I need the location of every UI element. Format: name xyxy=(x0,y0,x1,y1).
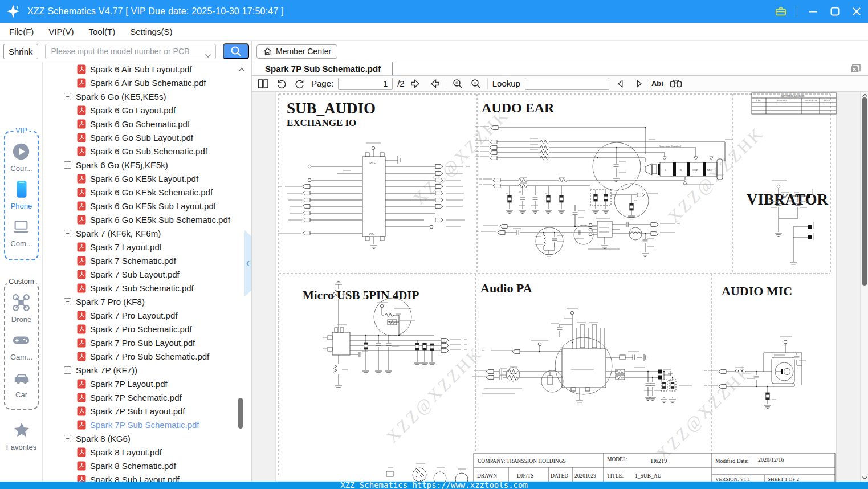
tree-file[interactable]: Spark 7 Pro Sub Layout.pdf xyxy=(43,336,251,349)
lookup-input[interactable] xyxy=(525,78,609,90)
car-icon xyxy=(12,368,31,389)
home-icon xyxy=(263,47,272,56)
zoom-in-icon[interactable] xyxy=(451,78,464,90)
tree-file[interactable]: Spark 7 Schematic.pdf xyxy=(43,254,251,267)
tree-file[interactable]: Spark 6 Go KE5k Layout.pdf xyxy=(43,172,251,185)
tree-group-label: Spark 6 Go (KE5j,KE5k) xyxy=(76,160,168,170)
tree-file-label: Spark 6 Air Sub Schematic.pdf xyxy=(90,78,206,88)
sidebar-item-gam[interactable]: Gam... xyxy=(10,331,32,361)
next-page-icon[interactable] xyxy=(427,78,441,90)
tree-file[interactable]: Spark 7 Pro Schematic.pdf xyxy=(43,322,251,336)
viewer-toolbar: Page: /2 Lookup Abi xyxy=(252,76,868,92)
tree-file[interactable]: Spark 7P Sub Layout.pdf xyxy=(43,404,251,418)
binoculars-icon[interactable] xyxy=(669,78,683,90)
tree-file[interactable]: Spark 7 Layout.pdf xyxy=(43,240,251,254)
tree-file[interactable]: Spark 7 Sub Layout.pdf xyxy=(43,267,251,281)
tree-file-label: Spark 7 Sub Schematic.pdf xyxy=(90,283,194,293)
tree-group[interactable]: −Spark 7 Pro (KF8) xyxy=(43,295,251,308)
tree-file[interactable]: Spark 7 Sub Schematic.pdf xyxy=(43,281,251,295)
vip-briefcase-icon[interactable] xyxy=(775,6,787,17)
scroll-up-icon xyxy=(862,93,867,97)
pdf-icon xyxy=(77,406,86,416)
close-tab-icon[interactable] xyxy=(850,63,861,76)
sidebar-item-cour[interactable]: Cour... xyxy=(10,142,32,173)
pdf-icon xyxy=(77,146,86,156)
pdf-icon xyxy=(77,64,86,74)
collapse-icon[interactable]: − xyxy=(64,93,71,100)
tree-file-label: Spark 6 Go KE5k Sub Schematic.pdf xyxy=(90,215,230,225)
tree-file[interactable]: Spark 8 Schematic.pdf xyxy=(43,459,251,472)
shrink-button[interactable]: Shrink xyxy=(3,44,38,59)
two-page-view-icon[interactable] xyxy=(256,78,270,90)
page-total: /2 xyxy=(397,79,405,88)
tree-group[interactable]: −Spark 6 Go (KE5j,KE5k) xyxy=(43,158,251,172)
tree-file[interactable]: Spark 7 Pro Layout.pdf xyxy=(43,308,251,322)
sidebar-item-drone[interactable]: Drone xyxy=(11,293,31,324)
sidebar-item-phone[interactable]: Phone xyxy=(11,180,32,210)
rotate-left-icon[interactable] xyxy=(275,78,288,90)
pdf-viewer[interactable]: XZZ@XZZHK XZZ@XZZHK XZZ@XZZHK XZZ@XZZHK … xyxy=(252,92,868,482)
viewer-scrollbar-thumb[interactable] xyxy=(862,97,867,286)
zoom-out-icon[interactable] xyxy=(469,78,483,90)
page-number-input[interactable] xyxy=(338,78,393,90)
tree-file-label: Spark 7 Pro Schematic.pdf xyxy=(90,324,191,334)
collapse-icon[interactable]: − xyxy=(64,366,71,374)
tree-file[interactable]: Spark 6 Go KE5k Sub Schematic.pdf xyxy=(43,213,251,226)
svg-text:REVISION RECORD: REVISION RECORD xyxy=(781,95,805,97)
tree-file[interactable]: Spark 8 Sub Layout.pdf xyxy=(43,472,251,482)
tree-group[interactable]: −Spark 6 Go (KE5,KE5s) xyxy=(43,89,251,103)
tree-group[interactable]: −Spark 7 (KF6k, KF6m) xyxy=(43,226,251,240)
tree-group[interactable]: −Spark 8 (KG6) xyxy=(43,431,251,445)
match-case-icon[interactable]: Abi xyxy=(650,79,665,88)
tree-file-label: Spark 6 Go Sub Layout.pdf xyxy=(90,133,193,142)
minimize-button[interactable] xyxy=(808,6,819,17)
collapse-icon[interactable]: − xyxy=(64,161,71,169)
pdf-icon xyxy=(77,256,86,266)
tree-file[interactable]: Spark 7P Schematic.pdf xyxy=(43,390,251,404)
menu-vip[interactable]: VIP(V) xyxy=(48,27,74,36)
tree-file[interactable]: Spark 6 Go Schematic.pdf xyxy=(43,117,251,131)
svg-text:COMPANY: TRANSSION HOLDINGS: COMPANY: TRANSSION HOLDINGS xyxy=(478,458,566,464)
tree-file-label: Spark 7 Layout.pdf xyxy=(90,242,162,252)
sidebar-item-car[interactable]: Car xyxy=(12,368,31,399)
sidebar-item-label: Gam... xyxy=(10,353,32,361)
collapse-icon[interactable]: − xyxy=(64,230,71,237)
tree-file[interactable]: Spark 6 Air Sub Schematic.pdf xyxy=(43,76,251,89)
rotate-right-icon[interactable] xyxy=(293,78,307,90)
prev-page-icon[interactable] xyxy=(409,78,423,90)
model-search-input[interactable] xyxy=(45,44,216,59)
tree-file[interactable]: Spark 6 Go Sub Layout.pdf xyxy=(43,131,251,144)
pdf-icon xyxy=(77,393,86,402)
tree-file[interactable]: Spark 8 Layout.pdf xyxy=(43,445,251,459)
menu-settings[interactable]: Settings(S) xyxy=(130,27,172,36)
sidebar-group-vip: VIPCour...PhoneCom... xyxy=(4,131,39,260)
maximize-button[interactable] xyxy=(829,6,841,17)
chevron-down-icon[interactable] xyxy=(205,50,211,60)
tree-collapse-handle[interactable]: ❮ xyxy=(244,230,251,297)
tree-scrollbar-thumb[interactable] xyxy=(238,398,243,429)
tree-file[interactable]: Spark 6 Go KE5k Schematic.pdf xyxy=(43,185,251,199)
tree-file[interactable]: Spark 7 Pro Sub Schematic.pdf xyxy=(43,349,251,363)
menu-tool[interactable]: Tool(T) xyxy=(89,27,116,36)
collapse-icon[interactable]: − xyxy=(64,298,71,305)
sidebar-item-favorites[interactable]: Favorites xyxy=(0,421,43,451)
search-button[interactable] xyxy=(223,43,249,59)
svg-text:MODEL:: MODEL: xyxy=(607,457,627,462)
tree-file[interactable]: Spark 6 Go Layout.pdf xyxy=(43,103,251,117)
collapse-icon[interactable]: − xyxy=(64,435,71,442)
tree-scroll-up-icon[interactable] xyxy=(238,64,245,74)
tree-group[interactable]: −Spark 7P (KF7)) xyxy=(43,363,251,377)
close-button[interactable] xyxy=(851,6,862,17)
tree-file[interactable]: Spark 6 Go Sub Schematic.pdf xyxy=(43,144,251,158)
tree-file[interactable]: Spark 7P Sub Schematic.pdf xyxy=(43,418,251,431)
find-prev-icon[interactable] xyxy=(614,78,627,90)
member-center-button[interactable]: Member Center xyxy=(256,44,337,59)
tree-file[interactable]: Spark 6 Go KE5k Sub Layout.pdf xyxy=(43,199,251,213)
menu-file[interactable]: File(F) xyxy=(9,27,34,36)
tree-file[interactable]: Spark 6 Air Sub Layout.pdf xyxy=(43,62,251,76)
sidebar-item-com[interactable]: Com... xyxy=(10,217,32,248)
tree-file[interactable]: Spark 7P Layout.pdf xyxy=(43,377,251,390)
viewer-scrollbar[interactable] xyxy=(860,92,868,482)
find-next-icon[interactable] xyxy=(632,78,646,90)
tab-active[interactable]: Spark 7P Sub Schematic.pdf xyxy=(252,62,393,75)
